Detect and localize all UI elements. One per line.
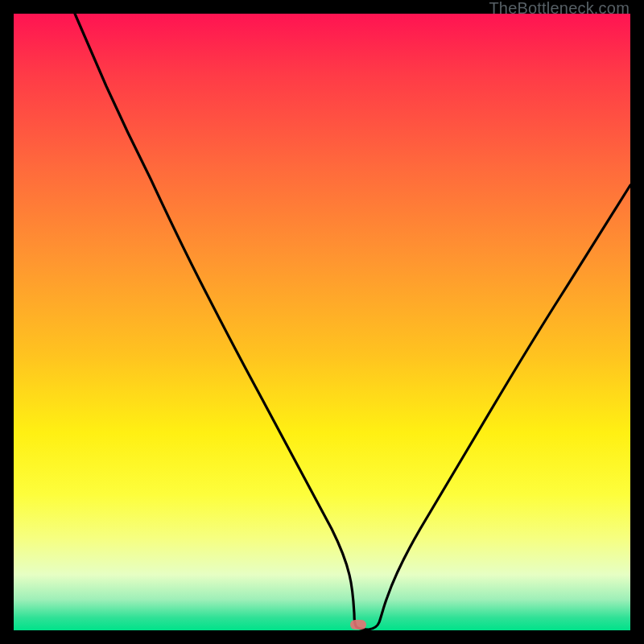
attribution-text: TheBottleneck.com xyxy=(489,0,630,16)
curve-path xyxy=(75,14,630,630)
bottleneck-marker xyxy=(350,620,366,630)
plot-area xyxy=(14,14,630,630)
chart-stage: TheBottleneck.com xyxy=(0,0,644,644)
bottleneck-curve xyxy=(14,14,630,630)
